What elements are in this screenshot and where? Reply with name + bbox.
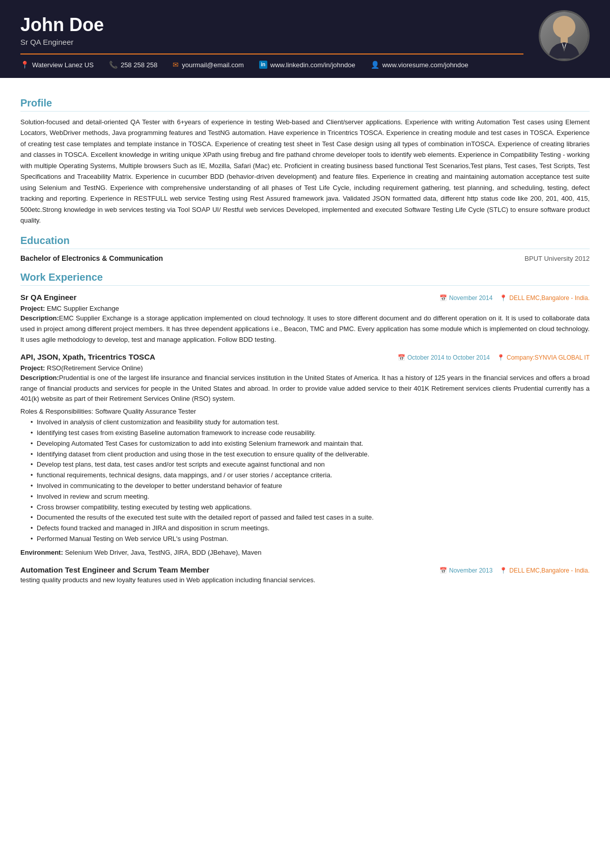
contact-phone: 📞 258 258 258 bbox=[109, 61, 157, 69]
location-icon-job3: 📍 bbox=[500, 567, 507, 574]
job-3-extra-text: testing quality products and new loyalty… bbox=[20, 575, 590, 586]
list-item: Performed Manual Testing on Web service … bbox=[31, 534, 590, 545]
candidate-name: John Doe bbox=[20, 14, 104, 36]
education-section: Education Bachelor of Electronics & Comm… bbox=[20, 235, 590, 262]
job-3: Automation Test Engineer and Scrum Team … bbox=[20, 565, 590, 586]
location-icon-job1: 📍 bbox=[500, 294, 507, 302]
job-1-header: Sr QA Engineer 📅 November 2014 📍 DELL EM… bbox=[20, 293, 590, 302]
header-top: John Doe Sr QA Engineer bbox=[20, 14, 590, 46]
education-row: Bachelor of Electronics & Communication … bbox=[20, 254, 590, 262]
list-item: Documented the results of the executed t… bbox=[31, 512, 590, 523]
linkedin-text: www.linkedin.com/in/johndoe bbox=[270, 61, 355, 69]
job-2-location: 📍 Company:SYNVIA GLOBAL IT bbox=[497, 354, 590, 361]
job-3-meta: 📅 November 2013 📍 DELL EMC,Bangalore - I… bbox=[439, 567, 590, 574]
list-item: Developing Automated Test Cases for cust… bbox=[31, 439, 590, 449]
contact-address: 📍 Waterview Lanez US bbox=[20, 61, 94, 69]
job-3-date: 📅 November 2013 bbox=[439, 567, 492, 574]
website-text: www.vioresume.com/johndoe bbox=[382, 61, 468, 69]
roles-label: Roles & Responsibilities: Software Quali… bbox=[20, 408, 590, 415]
job-1-project-name: Project: EMC Supplier Exchange bbox=[20, 305, 590, 312]
address-text: Waterview Lanez US bbox=[32, 61, 94, 69]
phone-text: 258 258 258 bbox=[121, 61, 157, 69]
job-2-title: API, JSON, Xpath, Tricentrics TOSCA bbox=[20, 352, 155, 361]
list-item: Involved in communicating to the develop… bbox=[31, 481, 590, 492]
job-1-title: Sr QA Engineer bbox=[20, 293, 76, 302]
location-icon: 📍 bbox=[20, 61, 29, 69]
linkedin-icon: in bbox=[259, 61, 267, 69]
profile-text: Solution-focused and detail-oriented QA … bbox=[20, 117, 590, 226]
job-2-header: API, JSON, Xpath, Tricentrics TOSCA 📅 Oc… bbox=[20, 352, 590, 361]
list-item: Identifying test cases from existing Bas… bbox=[31, 428, 590, 439]
header-divider bbox=[20, 53, 523, 55]
avatar bbox=[539, 10, 590, 61]
list-item: Involved in analysis of client customiza… bbox=[31, 417, 590, 428]
person-icon: 👤 bbox=[371, 61, 379, 69]
job-2-date: 📅 October 2014 to October 2014 bbox=[398, 354, 490, 361]
list-item: Involved in review and scrum meeting. bbox=[31, 492, 590, 502]
work-experience-section: Work Experience Sr QA Engineer 📅 Novembe… bbox=[20, 272, 590, 585]
avatar-image bbox=[540, 12, 588, 60]
job-3-header: Automation Test Engineer and Scrum Team … bbox=[20, 565, 590, 574]
work-experience-heading: Work Experience bbox=[20, 272, 590, 286]
education-heading: Education bbox=[20, 235, 590, 249]
job-3-location: 📍 DELL EMC,Bangalore - India. bbox=[500, 567, 590, 574]
calendar-icon: 📅 bbox=[439, 294, 447, 302]
education-degree: Bachelor of Electronics & Communication bbox=[20, 254, 163, 262]
contact-website: 👤 www.vioresume.com/johndoe bbox=[371, 61, 468, 69]
main-content: Profile Solution-focused and detail-orie… bbox=[0, 78, 610, 604]
job-3-title: Automation Test Engineer and Scrum Team … bbox=[20, 565, 209, 574]
responsibilities-list: Involved in analysis of client customiza… bbox=[20, 417, 590, 545]
email-text: yourmail@email.com bbox=[182, 61, 244, 69]
header-contact: 📍 Waterview Lanez US 📞 258 258 258 ✉ you… bbox=[20, 61, 590, 69]
job-2-project-name: Project: RSO(Retirement Service Online) bbox=[20, 364, 590, 372]
job-1-project-desc: Description:EMC Supplier Exchange is a s… bbox=[20, 313, 590, 345]
profile-section: Profile Solution-focused and detail-orie… bbox=[20, 97, 590, 226]
job-2: API, JSON, Xpath, Tricentrics TOSCA 📅 Oc… bbox=[20, 352, 590, 558]
header-name-block: John Doe Sr QA Engineer bbox=[20, 14, 104, 46]
environment-line: Environment: Selenium Web Driver, Java, … bbox=[20, 548, 590, 558]
list-item: Cross browser compatibility, testing exe… bbox=[31, 502, 590, 513]
job-1: Sr QA Engineer 📅 November 2014 📍 DELL EM… bbox=[20, 293, 590, 345]
calendar-icon-job3: 📅 bbox=[439, 567, 447, 574]
job-1-date: 📅 November 2014 bbox=[439, 294, 492, 302]
list-item: Develop test plans, test data, test case… bbox=[31, 459, 590, 470]
svg-point-0 bbox=[553, 16, 575, 38]
email-icon: ✉ bbox=[173, 61, 179, 69]
calendar-icon-job2: 📅 bbox=[398, 354, 405, 361]
list-item: Identifying dataset from client producti… bbox=[31, 449, 590, 460]
list-item: functional requirements, technical desig… bbox=[31, 470, 590, 481]
candidate-title: Sr QA Engineer bbox=[20, 38, 104, 46]
location-icon-job2: 📍 bbox=[497, 354, 505, 361]
job-2-project-desc: Description:Prudential is one of the lar… bbox=[20, 373, 590, 404]
list-item: Defects found tracked and managed in JIR… bbox=[31, 523, 590, 534]
contact-linkedin: in www.linkedin.com/in/johndoe bbox=[259, 61, 355, 69]
contact-email: ✉ yourmail@email.com bbox=[173, 61, 244, 69]
profile-heading: Profile bbox=[20, 97, 590, 112]
education-school: BPUT University 2012 bbox=[524, 255, 590, 262]
job-1-location: 📍 DELL EMC,Bangalore - India. bbox=[500, 294, 590, 302]
job-1-meta: 📅 November 2014 📍 DELL EMC,Bangalore - I… bbox=[439, 294, 590, 302]
job-2-meta: 📅 October 2014 to October 2014 📍 Company… bbox=[398, 354, 590, 361]
resume-header: John Doe Sr QA Engineer 📍 bbox=[0, 0, 610, 78]
phone-icon: 📞 bbox=[109, 61, 118, 69]
